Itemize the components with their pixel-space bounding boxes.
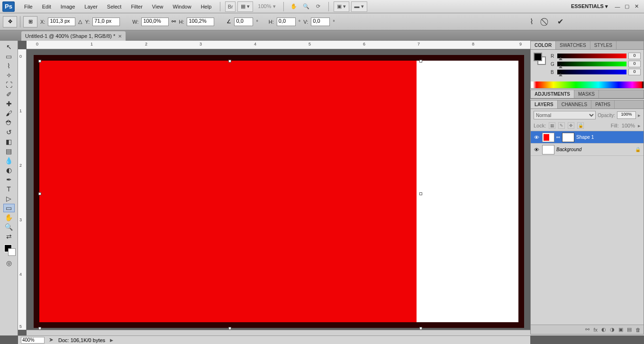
- group-icon[interactable]: ▣: [618, 326, 623, 333]
- tab-adjustments[interactable]: ADJUSTMENTS: [531, 90, 574, 98]
- bridge-icon[interactable]: Br: [225, 1, 236, 12]
- layer-row[interactable]: 👁 Background 🔒: [531, 144, 644, 156]
- g-slider[interactable]: [557, 62, 626, 66]
- b-value[interactable]: 0: [628, 69, 641, 75]
- link-layers-icon[interactable]: ⚯: [585, 326, 590, 333]
- menu-layer[interactable]: Layer: [80, 2, 102, 11]
- r-value[interactable]: 0: [628, 53, 641, 59]
- path-select-tool[interactable]: ▷: [3, 194, 15, 203]
- tab-masks[interactable]: MASKS: [574, 90, 599, 98]
- tab-channels[interactable]: CHANNELS: [558, 100, 591, 109]
- wand-tool[interactable]: ✧: [3, 71, 15, 80]
- hand-tool[interactable]: ✋: [3, 213, 15, 222]
- menu-help[interactable]: Help: [196, 2, 217, 11]
- r-slider[interactable]: [557, 54, 626, 58]
- menu-filter[interactable]: Filter: [126, 2, 147, 11]
- minimize-icon[interactable]: —: [614, 3, 621, 10]
- crop-tool[interactable]: ⛶: [3, 81, 15, 89]
- artboard[interactable]: [34, 55, 524, 328]
- rotate-view-icon[interactable]: ⟳: [313, 1, 324, 12]
- link-icon[interactable]: ⚯: [172, 18, 176, 25]
- stamp-tool[interactable]: ⛑: [3, 118, 15, 127]
- blend-mode-dropdown[interactable]: Normal: [534, 111, 596, 119]
- h-field[interactable]: 100,2%: [187, 18, 214, 26]
- adjustment-layer-icon[interactable]: ◑: [610, 326, 615, 333]
- y-field[interactable]: 71,0 px: [92, 18, 120, 26]
- lock-all-icon[interactable]: 🔒: [577, 122, 584, 129]
- dodge-tool[interactable]: ◐: [3, 166, 15, 174]
- type-tool[interactable]: T: [3, 185, 15, 193]
- lock-trans-icon[interactable]: ▦: [549, 122, 555, 129]
- angle-field[interactable]: 0,0: [234, 18, 253, 26]
- layer-row[interactable]: 👁 ⚯ Shape 1: [531, 131, 644, 144]
- fill-field[interactable]: 100%: [622, 123, 635, 128]
- commit-transform-icon[interactable]: ✔: [555, 17, 565, 27]
- visibility-icon[interactable]: 👁: [533, 135, 540, 140]
- restore-icon[interactable]: ▢: [623, 3, 631, 10]
- blur-tool[interactable]: 💧: [3, 156, 15, 165]
- arrange-docs-dropdown[interactable]: ▣ ▾: [334, 1, 349, 12]
- menu-select[interactable]: Select: [102, 2, 127, 11]
- move-tool[interactable]: ↖: [3, 43, 15, 51]
- screen-mode-dropdown[interactable]: ▦ ▾: [237, 1, 253, 12]
- quickmask-icon[interactable]: ◎: [3, 259, 15, 267]
- document-tab[interactable]: Untitled-1 @ 400% (Shape 1, RGB/8) * ✕: [21, 31, 126, 41]
- visibility-icon[interactable]: 👁: [533, 147, 540, 153]
- marquee-tool[interactable]: ▭: [3, 52, 15, 61]
- close-tab-icon[interactable]: ✕: [118, 34, 122, 39]
- lasso-tool[interactable]: ⌇: [3, 62, 15, 70]
- delete-layer-icon[interactable]: 🗑: [635, 327, 641, 333]
- rectangle-tool[interactable]: ▭: [3, 204, 15, 212]
- gradient-tool[interactable]: ▤: [3, 147, 15, 155]
- vector-mask-thumbnail[interactable]: [562, 133, 574, 142]
- tab-paths[interactable]: PATHS: [591, 100, 615, 109]
- lock-move-icon[interactable]: ✥: [568, 122, 574, 129]
- brush-tool[interactable]: 🖌: [3, 109, 15, 118]
- status-menu-icon[interactable]: ▶: [110, 338, 113, 343]
- pen-tool[interactable]: ✒: [3, 175, 15, 184]
- menu-edit[interactable]: Edit: [37, 2, 56, 11]
- layer-name[interactable]: Background: [556, 147, 633, 152]
- transform-handle-tc[interactable]: [228, 60, 231, 63]
- layer-thumbnail[interactable]: [542, 145, 554, 154]
- b-slider[interactable]: [557, 70, 626, 74]
- g-value[interactable]: 0: [628, 61, 641, 67]
- menu-file[interactable]: File: [19, 2, 37, 11]
- w-field[interactable]: 100,0%: [141, 18, 169, 26]
- x-field[interactable]: 101,3 px: [48, 18, 75, 26]
- color-swatches[interactable]: [3, 244, 15, 258]
- shape-layer[interactable]: [39, 61, 417, 322]
- new-layer-icon[interactable]: ▤: [627, 326, 632, 333]
- zoom-tool[interactable]: 🔍: [3, 223, 15, 231]
- screen-dropdown[interactable]: ▬ ▾: [351, 1, 367, 12]
- transform-handle-mr[interactable]: [419, 192, 422, 195]
- menu-window[interactable]: Window: [168, 2, 196, 11]
- eraser-tool[interactable]: ◧: [3, 137, 15, 146]
- fx-icon[interactable]: fx: [593, 327, 598, 333]
- transform-handle-tl[interactable]: [38, 60, 41, 63]
- reference-point-icon[interactable]: ⊞: [23, 16, 37, 27]
- tab-swatches[interactable]: SWATCHES: [556, 41, 590, 49]
- tab-color[interactable]: COLOR: [531, 41, 556, 49]
- hand-icon[interactable]: ✋: [289, 1, 299, 12]
- layer-name[interactable]: Shape 1: [576, 135, 642, 140]
- zoom-field[interactable]: 400%: [21, 337, 45, 344]
- zoom-dropdown[interactable]: 100% ▾: [255, 1, 278, 12]
- layer-thumbnail[interactable]: [542, 133, 554, 142]
- opacity-field[interactable]: 100%: [617, 111, 636, 119]
- status-arrow-icon[interactable]: ⮞: [49, 338, 54, 343]
- skew-v-field[interactable]: 0,0: [311, 18, 330, 26]
- color-cycle-icon[interactable]: ⇄: [3, 232, 15, 241]
- close-icon[interactable]: ✕: [633, 3, 640, 10]
- eyedropper-tool[interactable]: ✐: [3, 90, 15, 99]
- tab-layers[interactable]: LAYERS: [531, 100, 558, 109]
- workspace-switcher[interactable]: ESSENTIALS ▾: [567, 1, 612, 11]
- history-brush-tool[interactable]: ↺: [3, 128, 15, 136]
- transform-handle-tr[interactable]: [419, 60, 422, 63]
- warp-mode-icon[interactable]: ⌇: [526, 17, 537, 27]
- menu-view[interactable]: View: [147, 2, 168, 11]
- vector-mask-link-icon[interactable]: ⚯: [556, 135, 560, 140]
- tab-styles[interactable]: STYLES: [590, 41, 617, 49]
- color-spectrum[interactable]: [531, 81, 644, 88]
- mask-icon[interactable]: ◐: [601, 326, 606, 333]
